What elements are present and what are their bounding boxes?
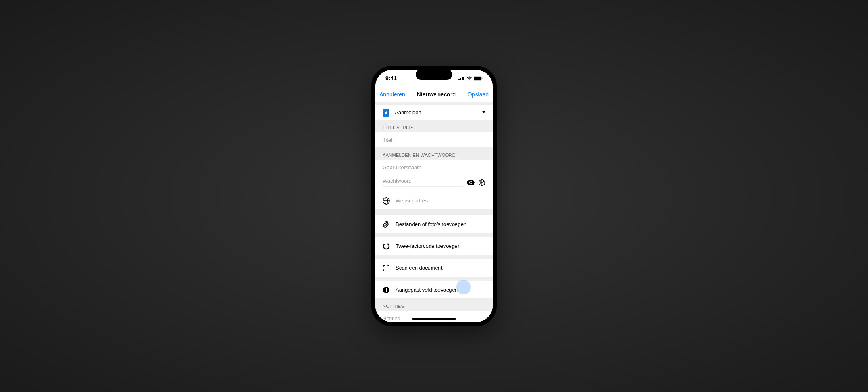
password-input[interactable]: Wachtwoord	[383, 178, 464, 187]
home-indicator	[412, 318, 456, 320]
svg-rect-6	[482, 77, 483, 79]
svg-point-15	[483, 183, 483, 184]
touch-indicator	[456, 280, 471, 294]
password-strength-bar	[383, 186, 464, 187]
plus-circle-icon	[383, 286, 390, 294]
globe-icon	[383, 197, 390, 205]
svg-rect-7	[385, 112, 387, 114]
phone-screen: 9:41 Annuleren Nieuwe record Opslaan Aan…	[375, 70, 493, 322]
add-2fa-label: Twee-factorcode toevoegen	[396, 243, 460, 249]
phone-frame: 9:41 Annuleren Nieuwe record Opslaan Aan…	[371, 66, 497, 326]
add-custom-field-label: Aangepast veld toevoegen	[396, 287, 458, 293]
add-2fa-button[interactable]: Twee-factorcode toevoegen	[375, 237, 493, 255]
svg-rect-1	[460, 78, 461, 80]
password-placeholder: Wachtwoord	[383, 178, 464, 184]
section-title-required: TITEL VEREIST	[375, 120, 493, 132]
status-right	[458, 76, 483, 81]
username-input[interactable]: Gebruikersnaam	[375, 160, 493, 175]
eye-icon[interactable]	[467, 180, 475, 185]
title-input[interactable]: Titel	[375, 132, 493, 148]
svg-point-12	[480, 182, 481, 183]
cellular-icon	[458, 76, 465, 80]
notes-input[interactable]: Notities	[375, 311, 493, 322]
website-input[interactable]: Websiteadres	[375, 192, 493, 210]
section-login: AANMELDEN EN WACHTWOORD	[375, 148, 493, 160]
dice-icon[interactable]	[478, 179, 485, 186]
wifi-icon	[466, 76, 472, 80]
gap	[375, 233, 493, 237]
scan-document-button[interactable]: Scan een document	[375, 259, 493, 277]
svg-point-11	[483, 181, 483, 181]
scan-icon	[383, 264, 390, 272]
notes-placeholder: Notities	[383, 315, 400, 322]
scan-document-label: Scan een document	[396, 265, 443, 271]
attach-files-button[interactable]: Bestanden of foto's toevoegen	[375, 215, 493, 233]
page-title: Nieuwe record	[417, 91, 456, 98]
lock-file-icon	[383, 109, 389, 117]
svg-rect-2	[462, 77, 463, 80]
svg-point-19	[383, 243, 390, 250]
notch	[416, 69, 452, 80]
save-button[interactable]: Opslaan	[468, 91, 489, 98]
gap	[375, 255, 493, 259]
gap	[375, 277, 493, 281]
website-placeholder: Websiteadres	[396, 198, 428, 204]
section-notes: NOTITIES	[375, 299, 493, 311]
attach-files-label: Bestanden of foto's toevoegen	[396, 221, 466, 227]
cancel-button[interactable]: Annuleren	[379, 91, 405, 98]
username-placeholder: Gebruikersnaam	[383, 164, 421, 170]
title-placeholder: Titel	[383, 137, 392, 143]
status-time: 9:41	[385, 75, 397, 81]
svg-point-13	[480, 183, 481, 184]
svg-point-14	[483, 182, 483, 183]
nav-bar: Annuleren Nieuwe record Opslaan	[375, 86, 493, 102]
svg-point-9	[470, 182, 472, 184]
svg-point-10	[480, 181, 481, 181]
gap	[375, 210, 493, 215]
record-type-label: Aanmelden	[395, 109, 421, 115]
record-type-selector[interactable]: Aanmelden	[375, 105, 493, 120]
svg-rect-3	[463, 77, 464, 80]
add-custom-field-button[interactable]: Aangepast veld toevoegen	[375, 281, 493, 299]
content-scroll[interactable]: Aanmelden TITEL VEREIST Titel AANMELDEN …	[375, 102, 493, 322]
chevron-down-icon	[482, 111, 485, 113]
svg-rect-5	[474, 77, 481, 80]
paperclip-icon	[383, 221, 390, 228]
password-input-row: Wachtwoord	[375, 175, 493, 192]
loading-circle-icon	[383, 243, 390, 250]
svg-rect-0	[458, 79, 460, 80]
battery-icon	[474, 76, 483, 81]
